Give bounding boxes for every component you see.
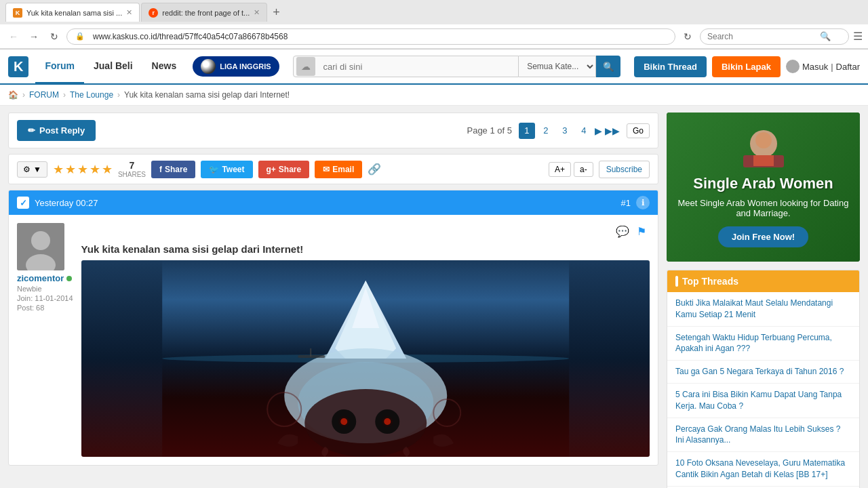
nav-jual-beli[interactable]: Jual Beli — [84, 49, 142, 84]
settings-button[interactable]: ⚙ ▼ — [17, 161, 47, 178]
twitter-icon: 🐦 — [209, 165, 219, 174]
shares-count: 7 — [118, 160, 146, 171]
star-3: ★ — [77, 162, 88, 177]
home-icon[interactable]: 🏠 — [8, 90, 18, 100]
tab-close-kaskus[interactable]: ✕ — [126, 8, 132, 17]
share-facebook-button[interactable]: f Share — [151, 161, 195, 178]
breadcrumb-page-title: Yuk kita kenalan sama sisi gelap dari In… — [124, 90, 290, 100]
font-size-controls: A+ a- — [549, 162, 593, 177]
go-button[interactable]: Go — [627, 123, 650, 138]
tab-reddit-title: reddit: the front page of t... — [162, 9, 250, 17]
bikin-lapak-button[interactable]: Bikin Lapak — [712, 56, 781, 77]
refresh-button[interactable]: ↻ — [679, 28, 696, 45]
liga-badge[interactable]: LIGA INGGRIS — [193, 56, 279, 77]
nav-news[interactable]: News — [142, 49, 186, 84]
post-check-icon: ✓ — [17, 197, 29, 209]
next-page-arrow[interactable]: ▶ — [595, 125, 602, 136]
post-number: #1 — [621, 198, 631, 208]
ad-cta-button[interactable]: Join Free Now! — [718, 226, 808, 247]
logo-k: K — [14, 59, 23, 75]
online-indicator — [66, 276, 72, 281]
thread-item[interactable]: 10 Foto Oksana Neveselaya, Guru Matemati… — [667, 452, 859, 487]
site-logo[interactable]: K — [8, 56, 28, 77]
main-layout: ✏ Post Reply Page 1 of 5 1 2 3 4 ▶ ▶▶ Go… — [0, 106, 868, 488]
browser-search-input[interactable] — [707, 32, 816, 41]
bikin-thread-button[interactable]: Bikin Thread — [634, 56, 707, 77]
breadcrumb-lounge[interactable]: The Lounge — [70, 90, 113, 100]
page-1[interactable]: 1 — [519, 123, 535, 139]
liga-label: LIGA INGGRIS — [220, 62, 271, 70]
reload-button[interactable]: ↻ — [46, 28, 62, 45]
ad-title: Single Arab Women — [675, 175, 852, 192]
tab-close-reddit[interactable]: ✕ — [254, 8, 260, 17]
site-search-input[interactable] — [318, 62, 519, 72]
breadcrumb-forum[interactable]: FORUM — [29, 90, 59, 100]
post-meta: zicomentor Newbie Join: 11-01-2014 Post:… — [17, 273, 73, 312]
poster-posts: Post: 68 — [17, 304, 73, 312]
email-icon: ✉ — [323, 165, 330, 174]
page-2[interactable]: 2 — [538, 123, 554, 139]
nav-links: Forum Jual Beli News — [35, 49, 186, 84]
last-page-arrow[interactable]: ▶▶ — [605, 125, 620, 136]
share-gplus-button[interactable]: g+ Share — [258, 161, 310, 178]
post-avatar: zicomentor Newbie Join: 11-01-2014 Post:… — [17, 223, 73, 457]
poster-rank: Newbie — [17, 285, 73, 293]
top-threads-list: Bukti Jika Malaikat Maut Selalu Mendatan… — [667, 292, 859, 488]
url-bar[interactable]: 🔒 www.kaskus.co.id/thread/57ffc40a54c07a… — [66, 28, 675, 45]
search-cloud-icon: ☁ — [296, 57, 315, 76]
poster-join: Join: 11-01-2014 — [17, 294, 73, 302]
masuk-link[interactable]: Masuk — [802, 62, 828, 72]
font-larger-button[interactable]: A+ — [549, 162, 571, 177]
browser-search-icon: 🔍 — [820, 31, 831, 41]
tab-reddit[interactable]: r reddit: the front page of t... ✕ — [141, 3, 267, 22]
thread-item[interactable]: 5 Cara ini Bisa Bikin Kamu Dapat Uang Ta… — [667, 384, 859, 418]
thread-item[interactable]: Percaya Gak Orang Malas Itu Lebih Sukses… — [667, 418, 859, 453]
site-header: K Forum Jual Beli News LIGA INGGRIS ☁ Se… — [0, 49, 868, 85]
page-3[interactable]: 3 — [557, 123, 573, 139]
top-threads-title: Top Threads — [682, 276, 738, 287]
thread-item[interactable]: Tau ga Gan 5 Negara Terkaya di Tahun 201… — [667, 361, 859, 384]
link-icon[interactable]: 🔗 — [368, 163, 381, 176]
poster-name[interactable]: zicomentor — [17, 273, 64, 283]
search-input-wrap: ☁ — [293, 56, 519, 77]
ad-content: Single Arab Women Meet Single Arab Women… — [675, 127, 852, 247]
new-tab-button[interactable]: + — [269, 5, 284, 20]
share-email-button[interactable]: ✉ Email — [315, 161, 362, 178]
svg-point-11 — [304, 389, 427, 457]
star-5: ★ — [102, 162, 113, 177]
tab-kaskus[interactable]: K Yuk kita kenalan sama sisi ... ✕ — [5, 3, 140, 22]
nav-forum[interactable]: Forum — [35, 49, 84, 84]
subscribe-button[interactable]: Subscribe — [599, 161, 650, 178]
login-area: Masuk | Daftar — [786, 60, 860, 73]
reddit-favicon: r — [149, 8, 158, 18]
report-button[interactable]: ⚑ — [633, 223, 650, 239]
address-bar: ← → ↻ 🔒 www.kaskus.co.id/thread/57ffc40a… — [0, 24, 868, 49]
post-info-icon[interactable]: ℹ — [636, 196, 650, 209]
category-select[interactable]: Semua Kate... — [519, 56, 596, 77]
post-header-left: ✓ Yesterday 00:27 — [17, 197, 98, 209]
tab-bar: K Yuk kita kenalan sama sisi ... ✕ r red… — [0, 0, 868, 24]
page-4[interactable]: 4 — [576, 123, 592, 139]
thread-item[interactable]: Bukti Jika Malaikat Maut Selalu Mendatan… — [667, 292, 859, 327]
font-smaller-button[interactable]: a- — [574, 162, 593, 177]
page-label: Page 1 of 5 — [467, 125, 512, 136]
svg-point-18 — [340, 418, 347, 425]
post-content: 💬 ⚑ Yuk kita kenalan sama sisi gelap dar… — [81, 223, 650, 457]
tab-kaskus-title: Yuk kita kenalan sama sisi ... — [26, 9, 122, 17]
daftar-link[interactable]: Daftar — [836, 62, 860, 72]
star-1: ★ — [53, 162, 64, 177]
thread-item[interactable]: Setengah Waktu Hidup Terbuang Percuma, A… — [667, 327, 859, 361]
browser-search-box[interactable]: 🔍 — [700, 28, 849, 45]
tweet-button[interactable]: 🐦 Tweet — [201, 161, 252, 178]
ad-description: Meet Single Arab Women looking for Datin… — [675, 198, 852, 218]
advertisement-box: Single Arab Women Meet Single Arab Women… — [667, 113, 860, 262]
post-reply-button[interactable]: ✏ Post Reply — [17, 120, 96, 141]
svg-rect-25 — [753, 155, 774, 166]
quote-button[interactable]: 💬 — [614, 223, 631, 239]
search-button[interactable]: 🔍 — [596, 56, 620, 77]
post-image — [81, 260, 650, 457]
forward-button[interactable]: → — [26, 28, 42, 45]
back-button[interactable]: ← — [5, 28, 22, 45]
browser-chrome: K Yuk kita kenalan sama sisi ... ✕ r red… — [0, 0, 868, 49]
browser-menu-icon[interactable]: ☰ — [853, 30, 863, 43]
